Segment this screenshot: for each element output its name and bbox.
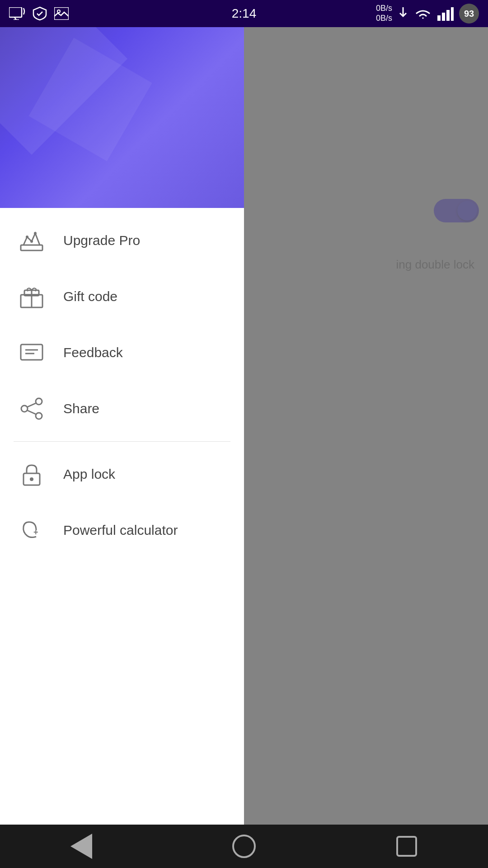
back-icon [70, 834, 92, 859]
app-lock-icon [18, 461, 45, 488]
svg-line-23 [28, 403, 36, 407]
back-button[interactable] [63, 833, 99, 860]
recents-icon [396, 836, 417, 857]
menu-item-share[interactable]: Share [0, 381, 244, 437]
notification-badge: 93 [459, 4, 479, 24]
gift-code-label: Gift code [63, 289, 117, 304]
menu-item-app-lock[interactable]: App lock [0, 446, 244, 502]
home-icon [232, 835, 256, 858]
calculator-label: Powerful calculator [63, 523, 178, 538]
share-label: Share [63, 401, 99, 416]
app-lock-label: App lock [63, 467, 115, 482]
svg-point-4 [57, 10, 60, 13]
image-icon [54, 7, 69, 20]
menu-item-upgrade-pro[interactable]: Upgrade Pro [0, 212, 244, 269]
svg-point-11 [26, 236, 28, 238]
svg-text:+: + [33, 528, 38, 537]
menu-item-gift-code[interactable]: Gift code [0, 269, 244, 325]
right-overlay [244, 27, 488, 825]
svg-rect-5 [437, 15, 441, 21]
svg-rect-7 [446, 10, 450, 21]
svg-point-20 [36, 398, 42, 405]
calculator-icon: + [18, 517, 45, 544]
svg-rect-9 [21, 245, 42, 250]
menu-divider [14, 441, 230, 442]
status-bar-left [9, 6, 69, 21]
upgrade-pro-icon [18, 227, 45, 254]
download-arrow-icon [398, 6, 408, 21]
drawer-header [0, 27, 244, 208]
svg-rect-17 [21, 344, 42, 360]
home-button[interactable] [226, 833, 262, 860]
upgrade-pro-label: Upgrade Pro [63, 233, 140, 248]
svg-rect-6 [442, 13, 445, 21]
svg-rect-8 [451, 7, 454, 21]
signal-icon [437, 6, 454, 21]
drawer-menu: Upgrade Pro Gift code [0, 208, 244, 825]
feedback-icon [18, 339, 45, 366]
svg-point-26 [30, 477, 33, 481]
network-speed: 0B/s 0B/s [376, 4, 392, 23]
screencast-icon [9, 7, 25, 20]
status-bar-right: 0B/s 0B/s 93 [376, 4, 479, 24]
gift-icon [18, 283, 45, 310]
svg-point-22 [21, 406, 28, 412]
navigation-bar [0, 825, 488, 868]
svg-point-12 [34, 232, 37, 235]
share-icon [18, 395, 45, 422]
menu-item-feedback[interactable]: Feedback [0, 325, 244, 381]
status-bar: 2:14 0B/s 0B/s 93 [0, 0, 488, 27]
svg-point-21 [36, 413, 42, 419]
svg-point-10 [30, 240, 33, 243]
menu-item-calculator[interactable]: + Powerful calculator [0, 502, 244, 558]
svg-rect-0 [9, 7, 22, 17]
wifi-icon [414, 6, 432, 21]
status-time: 2:14 [232, 6, 257, 21]
feedback-label: Feedback [63, 345, 123, 360]
navigation-drawer: Upgrade Pro Gift code [0, 27, 244, 825]
recents-button[interactable] [389, 833, 425, 860]
vpn-icon [33, 6, 47, 21]
svg-line-24 [28, 410, 36, 414]
